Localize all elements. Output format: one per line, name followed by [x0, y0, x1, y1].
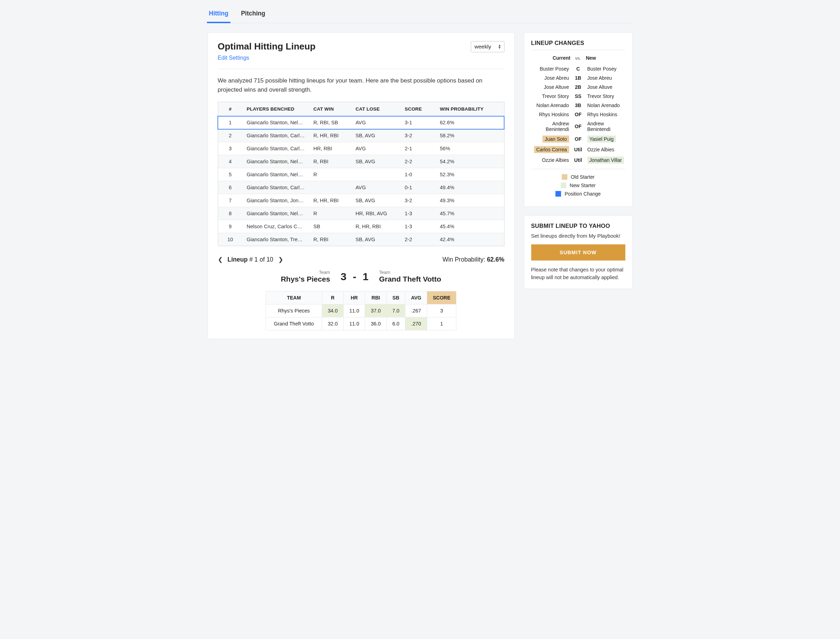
- cell-catwin: R, RBI: [309, 233, 351, 246]
- current-player: Trevor Story: [542, 94, 569, 99]
- matchup-team-a: Team Rhys's Pieces: [281, 270, 330, 283]
- current-player: Jose Altuve: [544, 84, 569, 90]
- col-catwin: CAT WIN: [309, 102, 351, 116]
- changes-hdr-current: Current: [531, 55, 571, 61]
- cell-winprob: 58.2%: [436, 129, 504, 142]
- cell-num: 3: [218, 142, 242, 155]
- cell-players: Giancarlo Stanton, Nelso…: [242, 155, 309, 168]
- cell-score: 3-2: [400, 129, 436, 142]
- cell-catlose: AVG: [351, 142, 400, 155]
- new-player: Jose Abreu: [587, 75, 612, 81]
- new-player: Nolan Arenado: [587, 103, 620, 108]
- table-row[interactable]: 2Giancarlo Stanton, Carlos…R, HR, RBISB,…: [218, 129, 504, 142]
- submit-foot: Please note that changes to your optimal…: [531, 266, 625, 281]
- current-player: Andrew Benintendi: [545, 121, 569, 132]
- table-row[interactable]: 8Giancarlo Stanton, Nelso…RHR, RBI, AVG1…: [218, 207, 504, 220]
- submit-card: SUBMIT LINEUP TO YAHOO Set lineups direc…: [524, 215, 633, 289]
- change-row: Juan SotoOFYasiel Puig: [531, 134, 625, 144]
- change-row: Rhys HoskinsOFRhys Hoskins: [531, 110, 625, 119]
- cell-players: Giancarlo Stanton, Carlos…: [242, 181, 309, 194]
- current-player: Nolan Arenado: [536, 103, 569, 108]
- position-label: C: [571, 66, 586, 72]
- position-label: 2B: [571, 84, 586, 90]
- cell-rbi: 37.0: [365, 304, 386, 317]
- table-row[interactable]: 5Giancarlo Stanton, Nelso…R1-052.3%: [218, 168, 504, 181]
- next-lineup-icon[interactable]: ❯: [278, 256, 283, 263]
- chevron-updown-icon: ▲▼: [498, 44, 501, 49]
- period-select-value: weekly: [475, 43, 491, 49]
- scol-sb: SB: [386, 291, 405, 304]
- table-row[interactable]: 9Nelson Cruz, Carlos Corre…SBR, HR, RBI1…: [218, 220, 504, 233]
- lineup-changes-card: LINEUP CHANGES Current vs. New Buster Po…: [524, 32, 633, 207]
- tab-pitching[interactable]: Pitching: [240, 6, 267, 23]
- period-select[interactable]: weekly ▲▼: [471, 41, 504, 52]
- cell-score: 2-2: [400, 233, 436, 246]
- lineup-changes: Current vs. New Buster PoseyCBuster Pose…: [531, 55, 625, 165]
- cell-winprob: 49.3%: [436, 194, 504, 207]
- swatch-new-icon: [561, 183, 566, 188]
- change-row: Ozzie AlbiesUtilJonathan Villar: [531, 155, 625, 165]
- new-player: Jose Altuve: [587, 84, 613, 90]
- cell-num: 7: [218, 194, 242, 207]
- cell-num: 1: [218, 116, 242, 129]
- cell-catlose: [351, 168, 400, 181]
- change-row: Buster PoseyCBuster Posey: [531, 64, 625, 73]
- changes-hdr-vs: vs.: [571, 56, 586, 61]
- table-row[interactable]: 4Giancarlo Stanton, Nelso…R, RBISB, AVG2…: [218, 155, 504, 168]
- cell-score: 0-1: [400, 181, 436, 194]
- scol-avg: AVG: [405, 291, 427, 304]
- tabs: Hitting Pitching: [208, 0, 633, 23]
- cell-num: 9: [218, 220, 242, 233]
- col-num: #: [218, 102, 242, 116]
- change-row: Nolan Arenado3BNolan Arenado: [531, 101, 625, 110]
- legend-old: Old Starter: [571, 174, 595, 180]
- submit-now-button[interactable]: SUBMIT NOW: [531, 244, 625, 261]
- table-row[interactable]: 3Giancarlo Stanton, Carlos…HR, RBIAVG2-1…: [218, 142, 504, 155]
- swatch-pos-icon: [555, 191, 561, 197]
- changes-hdr-new: New: [586, 55, 625, 61]
- cell-num: 10: [218, 233, 242, 246]
- prev-lineup-icon[interactable]: ❮: [218, 256, 223, 263]
- cell-catwin: R: [309, 168, 351, 181]
- cell-catlose: SB, AVG: [351, 155, 400, 168]
- cell-num: 2: [218, 129, 242, 142]
- tab-hitting[interactable]: Hitting: [208, 6, 230, 23]
- cell-team: Grand Theft Votto: [266, 317, 322, 331]
- cell-num: 5: [218, 168, 242, 181]
- position-label: SS: [571, 94, 586, 99]
- current-player: Ozzie Albies: [542, 157, 569, 163]
- position-label: OF: [571, 112, 586, 117]
- cell-players: Giancarlo Stanton, Carlos…: [242, 129, 309, 142]
- table-row: Grand Theft Votto32.011.036.06.0.2701: [266, 317, 456, 331]
- cell-catwin: [309, 181, 351, 194]
- cell-winprob: 54.2%: [436, 155, 504, 168]
- submit-note: Set lineups directly from My Playbook!: [531, 233, 625, 239]
- scol-hr: HR: [344, 291, 365, 304]
- scol-score: SCORE: [427, 291, 456, 304]
- table-row[interactable]: 10Giancarlo Stanton, Trevor…R, RBISB, AV…: [218, 233, 504, 246]
- cell-rbi: 36.0: [365, 317, 386, 331]
- cell-score: 1: [427, 317, 456, 331]
- cell-catlose: HR, RBI, AVG: [351, 207, 400, 220]
- cell-players: Giancarlo Stanton, Nelso…: [242, 116, 309, 129]
- cell-winprob: 45.4%: [436, 220, 504, 233]
- position-label: 1B: [571, 75, 586, 81]
- position-label: Util: [571, 157, 586, 163]
- edit-settings-link[interactable]: Edit Settings: [218, 55, 249, 61]
- change-row: Andrew BenintendiOFAndrew Benintendi: [531, 119, 625, 134]
- table-row[interactable]: 6Giancarlo Stanton, Carlos…AVG0-149.4%: [218, 181, 504, 194]
- cell-winprob: 52.3%: [436, 168, 504, 181]
- lineup-table: # PLAYERS BENCHED CAT WIN CAT LOSE SCORE…: [218, 102, 504, 246]
- change-row: Jose Altuve2BJose Altuve: [531, 83, 625, 92]
- new-player: Rhys Hoskins: [587, 112, 618, 117]
- swatch-old-icon: [562, 174, 567, 180]
- matchup-team-b: Team Grand Theft Votto: [379, 270, 441, 283]
- table-row: Rhys's Pieces34.011.037.07.0.2673: [266, 304, 456, 317]
- table-row[interactable]: 1Giancarlo Stanton, Nelso…R, RBI, SBAVG3…: [218, 116, 504, 129]
- table-row[interactable]: 7Giancarlo Stanton, Jonath…R, HR, RBISB,…: [218, 194, 504, 207]
- cell-catwin: R, HR, RBI: [309, 194, 351, 207]
- cell-catwin: R: [309, 207, 351, 220]
- new-player: Andrew Benintendi: [587, 121, 610, 132]
- cell-sb: 7.0: [386, 304, 405, 317]
- cell-num: 8: [218, 207, 242, 220]
